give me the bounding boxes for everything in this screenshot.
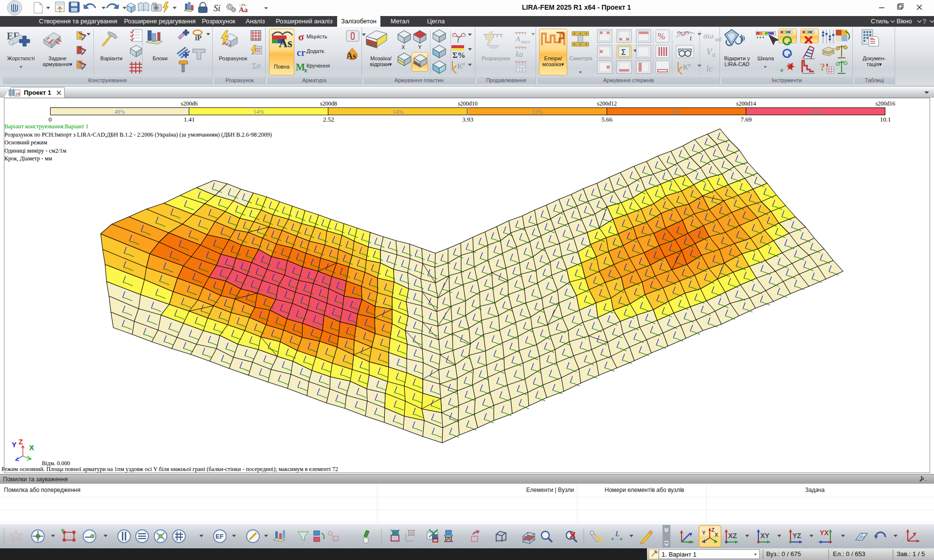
svg-text:YZ: YZ	[792, 532, 801, 540]
svg-text:L: L	[615, 530, 619, 538]
svg-text:Y: Y	[12, 440, 17, 449]
svg-text:X: X	[715, 532, 718, 538]
svg-text:Y: Y	[702, 530, 706, 536]
svg-text:YX: YX	[820, 529, 829, 537]
svg-text:Z: Z	[711, 527, 715, 533]
svg-text:XZ: XZ	[728, 532, 737, 540]
svg-text:EF: EF	[216, 533, 224, 540]
svg-text:Z: Z	[18, 438, 23, 446]
svg-text:X: X	[29, 443, 34, 452]
svg-text:XY: XY	[760, 532, 770, 540]
